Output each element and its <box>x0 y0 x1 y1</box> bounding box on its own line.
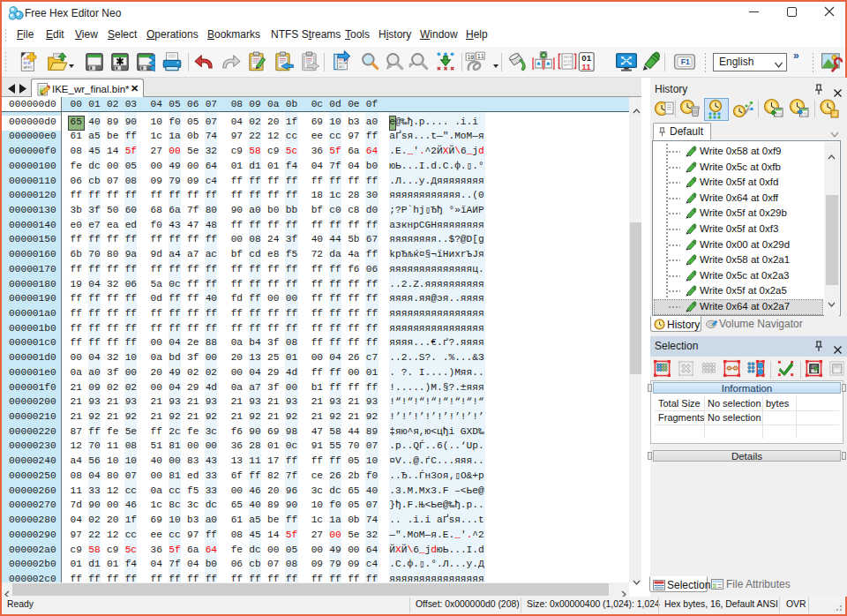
byte-cell[interactable]: 04 <box>70 513 83 528</box>
byte-cell[interactable]: 1c <box>311 513 324 528</box>
byte-cell[interactable]: 00 <box>348 543 361 558</box>
byte-cell[interactable]: 04 <box>329 350 342 365</box>
byte-cell[interactable]: 3f <box>267 380 281 395</box>
byte-cell[interactable]: ff <box>70 188 83 203</box>
byte-cell[interactable]: 93 <box>285 394 298 409</box>
hex-row-00000270[interactable]: 000002707d9000461c8c3cdc6540899010f00507… <box>2 498 629 513</box>
history-item[interactable]: Write 0x64 at 0x2a7 <box>654 299 823 315</box>
byte-cell[interactable]: 04 <box>186 557 199 572</box>
hex-grid[interactable]: 000000d06540899010f005070402201f6910b3a0… <box>2 112 629 582</box>
byte-cell[interactable]: 6a <box>169 203 182 218</box>
byte-cell[interactable]: 74 <box>365 513 379 528</box>
byte-cell[interactable]: ff <box>285 306 298 321</box>
byte-cell[interactable]: ff <box>230 218 244 233</box>
byte-cell[interactable]: 10 <box>106 454 119 469</box>
byte-cell[interactable]: ff <box>106 306 119 321</box>
open-file-icon[interactable] <box>46 50 69 73</box>
byte-cell[interactable]: 28 <box>348 188 361 203</box>
byte-cell[interactable]: ff <box>124 129 138 144</box>
byte-cell[interactable]: c9 <box>267 144 281 159</box>
byte-cell[interactable]: 09 <box>186 174 199 189</box>
byte-cell[interactable]: c9 <box>70 543 83 558</box>
byte-cell[interactable]: 01 <box>106 557 119 572</box>
byte-cell[interactable]: ff <box>150 262 163 277</box>
ascii-cell[interactable]: .Л...y.Дяяяяяяяя <box>389 174 483 189</box>
save-all-icon[interactable] <box>134 50 157 73</box>
byte-cell[interactable]: 10 <box>169 513 182 528</box>
byte-cell[interactable]: 97 <box>186 528 199 543</box>
byte-cell[interactable]: 08 <box>70 144 83 159</box>
history-scrollbar[interactable] <box>824 142 839 316</box>
byte-cell[interactable]: 44 <box>348 424 361 439</box>
byte-cell[interactable]: 58 <box>329 424 342 439</box>
byte-cell[interactable]: ff <box>329 454 342 469</box>
byte-cell[interactable]: ff <box>124 291 138 306</box>
byte-cell[interactable]: 90 <box>285 498 298 513</box>
byte-cell[interactable]: 70 <box>88 247 101 262</box>
byte-cell[interactable]: ce <box>311 469 324 484</box>
byte-cell[interactable]: fe <box>70 159 83 174</box>
history-doc-icon[interactable] <box>653 98 678 121</box>
byte-cell[interactable]: 20 <box>150 365 163 380</box>
byte-cell[interactable]: a7 <box>249 380 262 395</box>
byte-cell[interactable]: 48 <box>205 218 218 233</box>
byte-cell[interactable]: e0 <box>70 218 83 233</box>
byte-cell[interactable]: ff <box>249 306 262 321</box>
hex-row-00000250[interactable]: 00000250080480070081ed336fff827fce262bf0… <box>2 469 629 484</box>
find-icon[interactable] <box>358 50 381 73</box>
byte-cell[interactable]: 21 <box>186 394 199 409</box>
history-load-icon[interactable] <box>788 98 813 121</box>
byte-cell[interactable]: 06 <box>365 262 379 277</box>
byte-cell[interactable]: ff <box>267 262 281 277</box>
byte-cell[interactable]: 64 <box>205 159 218 174</box>
byte-cell[interactable]: 00 <box>70 350 83 365</box>
byte-cell[interactable]: 5e <box>348 528 361 543</box>
byte-cell[interactable]: 12 <box>70 439 83 454</box>
byte-cell[interactable]: ff <box>186 277 199 292</box>
byte-cell[interactable]: 7d <box>70 498 83 513</box>
clipboard-edit-icon[interactable] <box>245 50 268 73</box>
byte-cell[interactable]: ff <box>329 306 342 321</box>
byte-cell[interactable]: 00 <box>186 439 199 454</box>
byte-cell[interactable]: ff <box>249 277 262 292</box>
byte-cell[interactable]: ff <box>106 232 119 247</box>
byte-cell[interactable]: 21 <box>348 394 361 409</box>
history-tree-view-icon[interactable] <box>731 98 756 121</box>
byte-cell[interactable]: 1f <box>124 513 138 528</box>
redo-icon[interactable] <box>219 50 242 73</box>
byte-cell[interactable]: 49 <box>169 159 182 174</box>
byte-cell[interactable]: ff <box>249 291 262 306</box>
byte-cell[interactable]: 08 <box>285 335 298 350</box>
byte-cell[interactable]: bf <box>311 203 324 218</box>
byte-cell[interactable]: 97 <box>230 129 244 144</box>
byte-cell[interactable]: 10 <box>124 454 138 469</box>
byte-cell[interactable]: 11 <box>70 484 83 499</box>
byte-cell[interactable]: e8 <box>267 247 281 262</box>
ascii-cell[interactable]: e@‰ђ.р.... .i.і <box>389 115 483 130</box>
byte-cell[interactable]: ff <box>249 572 262 582</box>
horizontal-scroll-thumb[interactable] <box>12 583 609 596</box>
history-item[interactable]: Write 0x5f at 0xfd <box>654 175 823 191</box>
byte-cell[interactable]: 90 <box>230 203 244 218</box>
byte-cell[interactable]: 92 <box>205 409 218 424</box>
byte-cell[interactable]: ff <box>285 321 298 336</box>
byte-cell[interactable]: ff <box>348 218 361 233</box>
byte-cell[interactable]: 20 <box>106 513 119 528</box>
byte-cell[interactable]: 40 <box>365 484 379 499</box>
byte-cell[interactable]: 64 <box>205 543 218 558</box>
byte-cell[interactable]: f4 <box>285 159 298 174</box>
byte-cell[interactable]: ff <box>150 188 163 203</box>
byte-cell[interactable]: ed <box>124 218 138 233</box>
byte-cell[interactable]: 08 <box>124 174 138 189</box>
dock-splitter[interactable] <box>641 78 650 597</box>
byte-cell[interactable]: 80 <box>106 469 119 484</box>
byte-cell[interactable]: f5 <box>285 247 298 262</box>
byte-cell[interactable]: 1c <box>329 188 342 203</box>
byte-cell[interactable]: dc <box>329 484 342 499</box>
byte-cell[interactable]: 00 <box>311 543 324 558</box>
byte-cell[interactable]: 61 <box>70 129 83 144</box>
history-delete-icon[interactable] <box>678 98 703 121</box>
byte-cell[interactable]: dc <box>249 543 262 558</box>
byte-cell[interactable]: 3b <box>70 203 83 218</box>
byte-cell[interactable]: 3c <box>311 484 324 499</box>
